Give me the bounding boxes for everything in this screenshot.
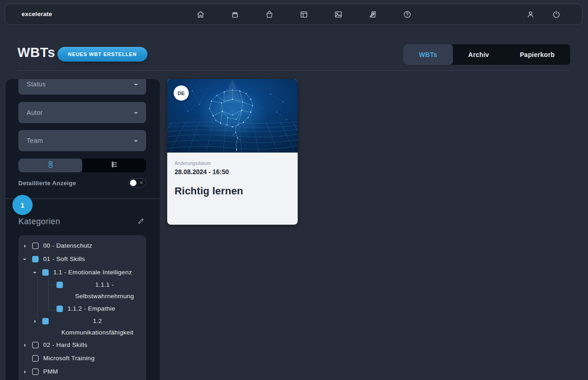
autor-dropdown[interactable]: Autor › bbox=[18, 102, 146, 123]
filter-sidebar: Status › Autor › Team › Detaillierte bbox=[6, 79, 160, 380]
category-label: 00 - Datenschutz bbox=[43, 242, 92, 249]
category-tree-item[interactable]: 1.1 - Emotionale Intelligenz bbox=[18, 266, 146, 279]
category-tree-item[interactable]: 1.2Kommunikationsfähigkeit bbox=[18, 315, 146, 338]
app-window: excelerate bbox=[0, 0, 588, 380]
category-checkbox[interactable] bbox=[32, 355, 39, 362]
main-nav-icons bbox=[191, 5, 416, 23]
header-divider bbox=[17, 70, 570, 71]
layout-icon[interactable] bbox=[294, 5, 313, 23]
category-tree-item[interactable]: 00 - Datenschutz bbox=[18, 239, 146, 252]
list-view-icon bbox=[110, 160, 119, 171]
category-tree-item[interactable]: PMM bbox=[18, 365, 146, 378]
category-label: 1.1.1 -Selbstwahrnehmung bbox=[68, 279, 141, 302]
chevron-right-icon[interactable] bbox=[24, 243, 32, 249]
brand-logo: excelerate bbox=[22, 4, 52, 24]
shop-bag-icon[interactable] bbox=[260, 5, 278, 23]
category-tree-item[interactable]: 1.1.1 -Selbstwahrnehmung bbox=[18, 279, 146, 302]
wbt-card-list: DE Änderungsdatum 28.08.2024 - 16:50 Ric… bbox=[167, 79, 298, 225]
wbt-card[interactable]: DE Änderungsdatum 28.08.2024 - 16:50 Ric… bbox=[167, 79, 298, 225]
toggle-knob bbox=[130, 180, 136, 186]
card-body: Änderungsdatum 28.08.2024 - 16:50 Richti… bbox=[167, 153, 298, 197]
toggle-off-icon: × bbox=[140, 179, 143, 187]
view-tabs: WBTs Archiv Papierkorb bbox=[403, 44, 570, 65]
chevron-right-icon[interactable] bbox=[24, 342, 32, 348]
help-icon[interactable] bbox=[398, 5, 416, 23]
power-icon[interactable] bbox=[547, 5, 565, 23]
category-label: 1.2Kommunikationsfähigkeit bbox=[53, 315, 141, 338]
user-icon[interactable] bbox=[521, 5, 540, 23]
category-tree-item[interactable]: 02 - Hard Skills bbox=[18, 338, 146, 352]
autor-dropdown-label: Autor bbox=[27, 109, 43, 116]
chevron-down-icon: › bbox=[133, 83, 140, 85]
chevron-down-icon: › bbox=[133, 140, 140, 142]
language-badge: DE bbox=[174, 85, 189, 101]
pencil-icon bbox=[137, 217, 145, 227]
filter-count-badge: 1 bbox=[12, 195, 33, 215]
chevron-down-icon[interactable] bbox=[24, 256, 32, 262]
account-icons bbox=[521, 5, 565, 23]
category-label: 02 - Hard Skills bbox=[43, 341, 87, 348]
category-checkbox[interactable] bbox=[42, 269, 49, 276]
top-navigation-bar: excelerate bbox=[5, 4, 582, 25]
detailed-view-row: Detaillierte Anzeige × bbox=[18, 177, 146, 188]
view-mode-toggle bbox=[18, 159, 146, 172]
category-checkbox[interactable] bbox=[32, 243, 39, 249]
status-dropdown[interactable]: Status › bbox=[18, 79, 146, 95]
tab-archiv[interactable]: Archiv bbox=[453, 44, 504, 65]
tab-papierkorb[interactable]: Papierkorb bbox=[504, 44, 570, 65]
card-view-button[interactable] bbox=[18, 159, 82, 172]
category-checkbox[interactable] bbox=[42, 318, 49, 324]
media-icon[interactable] bbox=[329, 5, 347, 23]
category-label: 1.1.2 - Empathie bbox=[68, 305, 115, 312]
notes-icon[interactable] bbox=[363, 5, 382, 23]
categories-title: Kategorien bbox=[18, 217, 60, 227]
category-tree: 00 - Datenschutz01 - Soft Skills1.1 - Em… bbox=[18, 235, 146, 380]
category-checkbox[interactable] bbox=[32, 256, 39, 262]
team-dropdown-label: Team bbox=[27, 137, 43, 144]
category-tree-item[interactable]: 1.1.2 - Empathie bbox=[18, 302, 146, 315]
home-icon[interactable] bbox=[191, 5, 209, 23]
category-tree-item[interactable]: 01 - Soft Skills bbox=[18, 252, 146, 266]
category-checkbox[interactable] bbox=[32, 369, 39, 375]
detailed-view-label: Detaillierte Anzeige bbox=[18, 180, 76, 187]
category-tree-item[interactable]: Microsoft Training bbox=[18, 352, 146, 365]
chevron-down-icon[interactable] bbox=[34, 269, 42, 276]
list-view-button[interactable] bbox=[82, 159, 146, 172]
category-label: Microsoft Training bbox=[43, 355, 95, 362]
category-label: 1.1 - Emotionale Intelligenz bbox=[53, 269, 132, 276]
detailed-view-toggle[interactable]: × bbox=[129, 178, 146, 187]
chevron-right-icon[interactable] bbox=[24, 369, 32, 375]
category-checkbox[interactable] bbox=[32, 342, 39, 348]
card-date-label: Änderungsdatum bbox=[175, 161, 290, 166]
create-wbt-button[interactable]: NEUES WBT ERSTELLEN bbox=[57, 47, 147, 62]
card-date-value: 28.08.2024 - 16:50 bbox=[175, 168, 290, 176]
storage-box-icon[interactable] bbox=[226, 5, 244, 23]
category-checkbox[interactable] bbox=[57, 282, 63, 288]
card-view-icon bbox=[46, 160, 55, 171]
chevron-down-icon: › bbox=[133, 112, 140, 114]
team-dropdown[interactable]: Team › bbox=[18, 130, 146, 151]
page-title: WBTs bbox=[17, 45, 55, 60]
category-checkbox[interactable] bbox=[57, 306, 63, 312]
tab-wbts[interactable]: WBTs bbox=[403, 44, 453, 65]
category-label: 01 - Soft Skills bbox=[43, 255, 85, 262]
card-title: Richtig lernen bbox=[175, 185, 290, 197]
chevron-right-icon[interactable] bbox=[34, 318, 42, 324]
category-label: PMM bbox=[43, 368, 58, 375]
edit-categories-button[interactable] bbox=[136, 216, 147, 227]
status-dropdown-label: Status bbox=[27, 80, 46, 88]
